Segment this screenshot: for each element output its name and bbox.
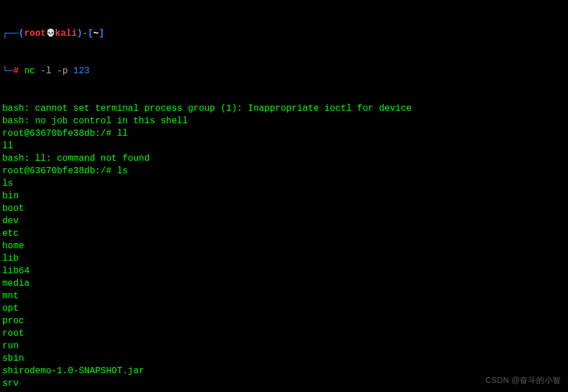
output-line: lib64 xyxy=(2,265,566,277)
output-line: shirodemo-1.0-SNAPSHOT.jar xyxy=(2,365,566,377)
output-line: bash: no job control in this shell xyxy=(2,115,566,127)
prompt-decor-bottom: └─ xyxy=(2,66,13,76)
prompt-line-2: └─# nc -l -p 123 xyxy=(2,65,566,77)
prompt-user: root xyxy=(24,28,45,39)
output-line: ll xyxy=(2,140,566,152)
output-line: mnt xyxy=(2,290,566,302)
output-line: sbin xyxy=(2,352,566,365)
output-line: ls xyxy=(2,177,566,190)
prompt-dash: - xyxy=(82,28,88,39)
output-line: opt xyxy=(2,302,566,315)
output-line: etc xyxy=(2,227,566,240)
output-line: run xyxy=(2,340,566,352)
output-line: home xyxy=(2,240,566,252)
prompt-host: kali xyxy=(55,28,77,39)
cmd-args: -l -p xyxy=(40,66,68,76)
output-line: proc xyxy=(2,315,566,327)
prompt-decor-top: ┌── xyxy=(2,28,19,39)
output-line: bash: cannot set terminal process group … xyxy=(2,102,566,115)
output-line: sys xyxy=(2,390,566,392)
output-line: root@63670bfe38db:/# ls xyxy=(2,165,566,177)
paren-open: ( xyxy=(19,28,24,39)
cmd-bin: nc xyxy=(24,66,35,76)
terminal-output[interactable]: ┌──(root💀kali)-[~] └─# nc -l -p 123 bash… xyxy=(0,2,568,392)
paren-close: ) xyxy=(77,28,82,39)
output-line: root xyxy=(2,327,566,340)
output-line: bin xyxy=(2,190,566,202)
prompt-path: ~ xyxy=(93,28,99,39)
prompt-line-1: ┌──(root💀kali)-[~] xyxy=(2,27,566,40)
output-line: root@63670bfe38db:/# ll xyxy=(2,127,566,140)
skull-icon: 💀 xyxy=(46,27,55,40)
output-line: bash: ll: command not found xyxy=(2,152,566,165)
output-line: boot xyxy=(2,202,566,215)
path-close: ] xyxy=(99,28,105,39)
output-line: lib xyxy=(2,252,566,265)
output-line: dev xyxy=(2,215,566,227)
output-line: media xyxy=(2,277,566,290)
prompt-hash: # xyxy=(13,66,19,76)
cmd-port: 123 xyxy=(73,66,90,76)
output-body: bash: cannot set terminal process group … xyxy=(2,102,566,392)
path-open: [ xyxy=(88,28,93,39)
output-line: srv xyxy=(2,377,566,390)
